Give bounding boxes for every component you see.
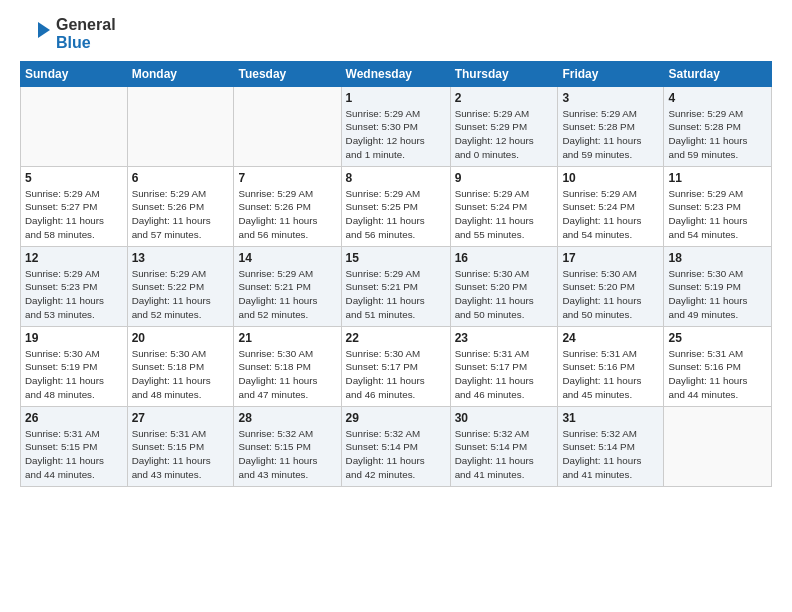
day-number: 7 (238, 171, 336, 185)
calendar-cell: 5Sunrise: 5:29 AM Sunset: 5:27 PM Daylig… (21, 166, 128, 246)
day-number: 30 (455, 411, 554, 425)
calendar-cell: 24Sunrise: 5:31 AM Sunset: 5:16 PM Dayli… (558, 326, 664, 406)
calendar-cell (664, 406, 772, 486)
calendar-cell: 23Sunrise: 5:31 AM Sunset: 5:17 PM Dayli… (450, 326, 558, 406)
calendar-cell: 14Sunrise: 5:29 AM Sunset: 5:21 PM Dayli… (234, 246, 341, 326)
weekday-header-monday: Monday (127, 61, 234, 86)
calendar-cell: 15Sunrise: 5:29 AM Sunset: 5:21 PM Dayli… (341, 246, 450, 326)
weekday-header-row: SundayMondayTuesdayWednesdayThursdayFrid… (21, 61, 772, 86)
day-info: Sunrise: 5:30 AM Sunset: 5:19 PM Dayligh… (668, 267, 767, 322)
day-info: Sunrise: 5:30 AM Sunset: 5:17 PM Dayligh… (346, 347, 446, 402)
day-info: Sunrise: 5:29 AM Sunset: 5:28 PM Dayligh… (668, 107, 767, 162)
page-container: GeneralBlue SundayMondayTuesdayWednesday… (0, 0, 792, 497)
calendar-cell: 30Sunrise: 5:32 AM Sunset: 5:14 PM Dayli… (450, 406, 558, 486)
calendar-cell (127, 86, 234, 166)
calendar-table: SundayMondayTuesdayWednesdayThursdayFrid… (20, 61, 772, 487)
day-info: Sunrise: 5:32 AM Sunset: 5:15 PM Dayligh… (238, 427, 336, 482)
day-info: Sunrise: 5:29 AM Sunset: 5:29 PM Dayligh… (455, 107, 554, 162)
calendar-cell: 18Sunrise: 5:30 AM Sunset: 5:19 PM Dayli… (664, 246, 772, 326)
day-info: Sunrise: 5:29 AM Sunset: 5:24 PM Dayligh… (562, 187, 659, 242)
weekday-header-wednesday: Wednesday (341, 61, 450, 86)
day-info: Sunrise: 5:31 AM Sunset: 5:17 PM Dayligh… (455, 347, 554, 402)
calendar-cell: 7Sunrise: 5:29 AM Sunset: 5:26 PM Daylig… (234, 166, 341, 246)
calendar-cell: 13Sunrise: 5:29 AM Sunset: 5:22 PM Dayli… (127, 246, 234, 326)
calendar-cell: 12Sunrise: 5:29 AM Sunset: 5:23 PM Dayli… (21, 246, 128, 326)
day-info: Sunrise: 5:29 AM Sunset: 5:26 PM Dayligh… (238, 187, 336, 242)
weekday-header-sunday: Sunday (21, 61, 128, 86)
day-info: Sunrise: 5:29 AM Sunset: 5:23 PM Dayligh… (25, 267, 123, 322)
day-number: 2 (455, 91, 554, 105)
day-number: 5 (25, 171, 123, 185)
day-number: 22 (346, 331, 446, 345)
day-info: Sunrise: 5:29 AM Sunset: 5:30 PM Dayligh… (346, 107, 446, 162)
day-number: 26 (25, 411, 123, 425)
day-info: Sunrise: 5:29 AM Sunset: 5:24 PM Dayligh… (455, 187, 554, 242)
day-number: 1 (346, 91, 446, 105)
day-info: Sunrise: 5:29 AM Sunset: 5:25 PM Dayligh… (346, 187, 446, 242)
calendar-cell: 10Sunrise: 5:29 AM Sunset: 5:24 PM Dayli… (558, 166, 664, 246)
weekday-header-tuesday: Tuesday (234, 61, 341, 86)
day-number: 4 (668, 91, 767, 105)
day-number: 29 (346, 411, 446, 425)
weekday-header-thursday: Thursday (450, 61, 558, 86)
day-number: 3 (562, 91, 659, 105)
day-number: 17 (562, 251, 659, 265)
day-number: 8 (346, 171, 446, 185)
calendar-cell: 17Sunrise: 5:30 AM Sunset: 5:20 PM Dayli… (558, 246, 664, 326)
logo-general: General (56, 16, 116, 34)
day-number: 31 (562, 411, 659, 425)
day-info: Sunrise: 5:30 AM Sunset: 5:19 PM Dayligh… (25, 347, 123, 402)
calendar-cell: 2Sunrise: 5:29 AM Sunset: 5:29 PM Daylig… (450, 86, 558, 166)
day-info: Sunrise: 5:32 AM Sunset: 5:14 PM Dayligh… (562, 427, 659, 482)
day-info: Sunrise: 5:30 AM Sunset: 5:20 PM Dayligh… (455, 267, 554, 322)
calendar-cell: 8Sunrise: 5:29 AM Sunset: 5:25 PM Daylig… (341, 166, 450, 246)
day-number: 23 (455, 331, 554, 345)
day-number: 11 (668, 171, 767, 185)
day-info: Sunrise: 5:32 AM Sunset: 5:14 PM Dayligh… (346, 427, 446, 482)
day-number: 27 (132, 411, 230, 425)
day-number: 12 (25, 251, 123, 265)
day-number: 28 (238, 411, 336, 425)
day-info: Sunrise: 5:30 AM Sunset: 5:18 PM Dayligh… (238, 347, 336, 402)
calendar-cell: 16Sunrise: 5:30 AM Sunset: 5:20 PM Dayli… (450, 246, 558, 326)
day-info: Sunrise: 5:30 AM Sunset: 5:20 PM Dayligh… (562, 267, 659, 322)
week-row-3: 12Sunrise: 5:29 AM Sunset: 5:23 PM Dayli… (21, 246, 772, 326)
calendar-cell: 21Sunrise: 5:30 AM Sunset: 5:18 PM Dayli… (234, 326, 341, 406)
logo-blue: Blue (56, 34, 116, 52)
day-number: 14 (238, 251, 336, 265)
day-info: Sunrise: 5:30 AM Sunset: 5:18 PM Dayligh… (132, 347, 230, 402)
day-info: Sunrise: 5:29 AM Sunset: 5:21 PM Dayligh… (346, 267, 446, 322)
day-info: Sunrise: 5:29 AM Sunset: 5:21 PM Dayligh… (238, 267, 336, 322)
day-info: Sunrise: 5:31 AM Sunset: 5:15 PM Dayligh… (25, 427, 123, 482)
day-number: 6 (132, 171, 230, 185)
calendar-cell: 27Sunrise: 5:31 AM Sunset: 5:15 PM Dayli… (127, 406, 234, 486)
day-info: Sunrise: 5:31 AM Sunset: 5:15 PM Dayligh… (132, 427, 230, 482)
week-row-5: 26Sunrise: 5:31 AM Sunset: 5:15 PM Dayli… (21, 406, 772, 486)
logo-icon (20, 18, 52, 50)
calendar-cell: 4Sunrise: 5:29 AM Sunset: 5:28 PM Daylig… (664, 86, 772, 166)
calendar-cell: 25Sunrise: 5:31 AM Sunset: 5:16 PM Dayli… (664, 326, 772, 406)
day-info: Sunrise: 5:29 AM Sunset: 5:28 PM Dayligh… (562, 107, 659, 162)
calendar-cell: 19Sunrise: 5:30 AM Sunset: 5:19 PM Dayli… (21, 326, 128, 406)
day-info: Sunrise: 5:31 AM Sunset: 5:16 PM Dayligh… (668, 347, 767, 402)
day-number: 20 (132, 331, 230, 345)
day-number: 16 (455, 251, 554, 265)
calendar-cell: 9Sunrise: 5:29 AM Sunset: 5:24 PM Daylig… (450, 166, 558, 246)
day-number: 10 (562, 171, 659, 185)
header: GeneralBlue (20, 16, 772, 53)
weekday-header-friday: Friday (558, 61, 664, 86)
day-info: Sunrise: 5:29 AM Sunset: 5:26 PM Dayligh… (132, 187, 230, 242)
day-info: Sunrise: 5:29 AM Sunset: 5:27 PM Dayligh… (25, 187, 123, 242)
week-row-4: 19Sunrise: 5:30 AM Sunset: 5:19 PM Dayli… (21, 326, 772, 406)
day-info: Sunrise: 5:29 AM Sunset: 5:23 PM Dayligh… (668, 187, 767, 242)
calendar-cell: 28Sunrise: 5:32 AM Sunset: 5:15 PM Dayli… (234, 406, 341, 486)
day-info: Sunrise: 5:32 AM Sunset: 5:14 PM Dayligh… (455, 427, 554, 482)
logo: GeneralBlue (20, 16, 116, 53)
day-number: 18 (668, 251, 767, 265)
calendar-cell: 1Sunrise: 5:29 AM Sunset: 5:30 PM Daylig… (341, 86, 450, 166)
week-row-1: 1Sunrise: 5:29 AM Sunset: 5:30 PM Daylig… (21, 86, 772, 166)
day-info: Sunrise: 5:29 AM Sunset: 5:22 PM Dayligh… (132, 267, 230, 322)
calendar-cell: 3Sunrise: 5:29 AM Sunset: 5:28 PM Daylig… (558, 86, 664, 166)
day-number: 21 (238, 331, 336, 345)
week-row-2: 5Sunrise: 5:29 AM Sunset: 5:27 PM Daylig… (21, 166, 772, 246)
